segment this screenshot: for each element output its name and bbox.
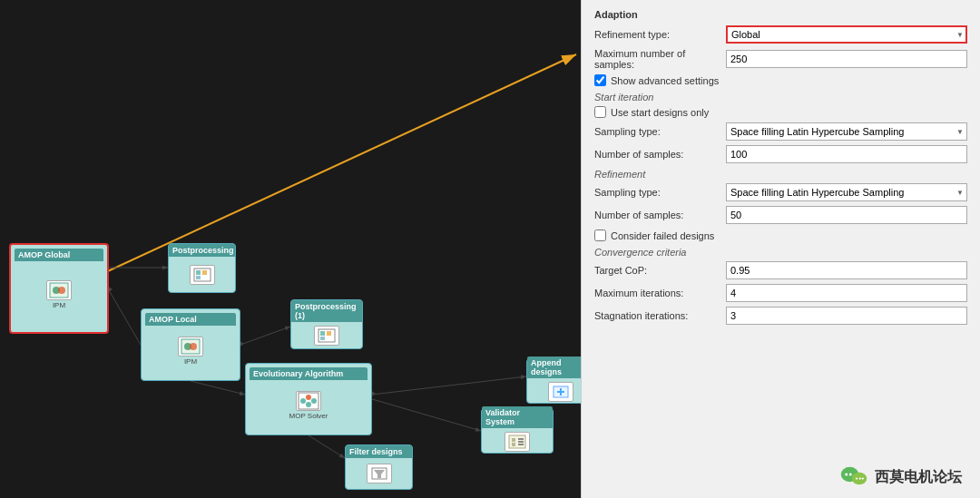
svg-line-2 [86,54,576,281]
svg-point-46 [845,474,848,476]
svg-rect-41 [518,441,524,443]
use-start-designs-row: Use start designs only [594,106,967,118]
node-filter-designs-title: Filter designs [346,445,412,458]
max-iterations-label: Maximum iterations: [594,288,726,298]
stagnation-label: Stagnation iterations: [594,310,726,321]
svg-point-30 [306,395,311,400]
node-amop-local[interactable]: AMOP Local IPM [141,308,240,381]
svg-point-23 [190,343,197,350]
sampling-type-start-wrapper[interactable]: Space filling Latin Hypercube Sampling [726,122,967,141]
svg-rect-38 [512,438,515,442]
node-postprocessing-top[interactable]: Postprocessing [168,243,236,293]
start-iteration-title: Start iteration [594,92,967,103]
svg-rect-26 [327,331,331,336]
workflow-area: AMOP Global IPM Postprocessing [0,0,581,498]
refinement-type-label: Refinement type: [594,29,726,40]
node-filter-designs-icon [367,464,392,483]
refinement-type-select-wrapper[interactable]: Global [726,25,967,44]
svg-point-47 [849,474,852,476]
svg-line-8 [372,376,526,395]
refinement-num-samples-label: Number of samples: [594,210,726,220]
right-panel: Adaption Refinement type: Global Maximum… [581,0,980,498]
svg-line-9 [309,435,345,458]
node-evo-icon [296,391,321,411]
show-advanced-checkbox[interactable] [594,74,606,86]
svg-rect-40 [518,438,524,440]
num-samples-start-label: Number of samples: [594,149,726,160]
svg-line-5 [240,327,290,345]
node-validator-system[interactable]: Validator System [481,408,554,454]
refinement-sampling-select[interactable]: Space filling Latin Hypercube Sampling [726,183,967,201]
node-evolutionary-algorithm[interactable]: Evolutionary Algorithm MOP Solver [245,363,372,435]
node-amop-global-icon [46,280,72,300]
svg-rect-18 [196,270,201,275]
wechat-icon [840,465,867,489]
use-start-designs-checkbox[interactable] [594,106,606,118]
consider-failed-checkbox[interactable] [594,229,606,241]
svg-point-29 [300,398,306,404]
show-advanced-label: Show advanced settings [611,75,719,86]
node-postprocessing-top-title: Postprocessing [169,244,235,257]
consider-failed-label: Consider failed designs [611,230,714,241]
node-postprocessing-top-body [186,257,219,292]
section-title-adaption: Adaption [594,9,967,20]
node-postprocessing-1[interactable]: Postprocessing (1) [290,299,363,349]
node-amop-global-title: AMOP Global [15,249,103,261]
max-samples-row: Maximum number of samples: [594,48,967,70]
node-postprocessing-1-title: Postprocessing (1) [291,300,362,322]
show-advanced-row: Show advanced settings [594,74,967,86]
node-append-designs-body [544,378,577,405]
svg-point-32 [306,402,311,407]
max-iterations-row: Maximum iterations: [594,284,967,302]
refinement-type-select[interactable]: Global [726,25,967,44]
node-amop-local-sublabel: IPM [184,357,197,366]
svg-point-51 [862,477,864,479]
svg-rect-42 [518,444,524,445]
node-evo-body: MOP Solver [286,380,332,431]
node-validator-sys-icon [505,432,530,452]
num-samples-start-input[interactable] [726,145,967,163]
node-append-designs-icon [548,382,573,402]
svg-point-31 [311,398,317,404]
node-filter-designs-body [363,458,396,489]
refinement-sampling-label: Sampling type: [594,187,726,198]
target-cop-input[interactable] [726,261,967,279]
node-amop-global-sublabel: IPM [53,301,65,309]
svg-line-6 [191,381,245,395]
node-amop-local-title: AMOP Local [145,313,236,326]
num-samples-start-row: Number of samples: [594,145,967,163]
svg-point-16 [58,287,65,294]
node-amop-local-body: IPM [174,326,207,376]
sampling-type-start-select[interactable]: Space filling Latin Hypercube Sampling [726,122,967,141]
svg-line-3 [109,290,141,345]
use-start-designs-label: Use start designs only [611,107,709,118]
target-cop-label: Target CoP: [594,265,726,276]
node-amop-global[interactable]: AMOP Global IPM [9,243,109,334]
consider-failed-row: Consider failed designs [594,229,967,241]
refinement-type-row: Refinement type: Global [594,25,967,44]
node-postprocessing-1-icon [314,326,339,346]
svg-point-50 [859,477,861,479]
refinement-sampling-wrapper[interactable]: Space filling Latin Hypercube Sampling [726,183,967,201]
svg-rect-20 [196,276,201,279]
refinement-num-samples-row: Number of samples: [594,206,967,224]
node-postprocessing-1-body [310,322,343,349]
node-amop-local-icon [178,337,203,356]
max-samples-label: Maximum number of samples: [594,48,726,70]
svg-point-49 [856,477,858,479]
max-iterations-input[interactable] [726,284,967,302]
refinement-num-samples-input[interactable] [726,206,967,224]
svg-rect-39 [512,443,515,446]
refinement-sub-title: Refinement [594,169,967,180]
svg-line-7 [372,399,481,431]
svg-rect-19 [202,270,207,275]
watermark: 西莫电机论坛 [840,465,962,489]
target-cop-row: Target CoP: [594,261,967,279]
sampling-type-start-row: Sampling type: Space filling Latin Hyper… [594,122,967,141]
sampling-type-start-label: Sampling type: [594,126,726,137]
node-evo-sublabel: MOP Solver [289,412,328,420]
max-samples-input[interactable] [726,50,967,68]
stagnation-input[interactable] [726,307,967,325]
refinement-sampling-row: Sampling type: Space filling Latin Hyper… [594,183,967,201]
node-filter-designs[interactable]: Filter designs [345,444,413,490]
